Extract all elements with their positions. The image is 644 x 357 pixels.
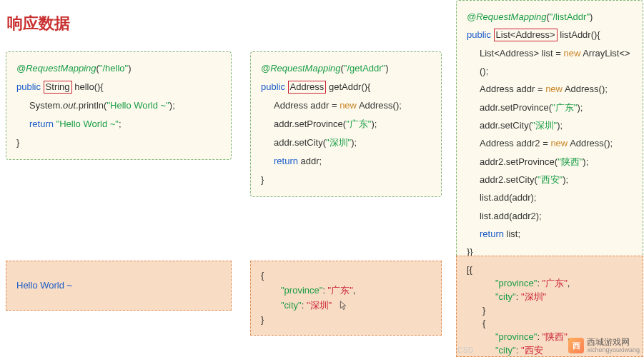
t: listAddr(){ <box>560 29 600 40</box>
annotation: @RequestMapping <box>261 63 340 74</box>
annotation: @RequestMapping <box>467 11 546 22</box>
site-watermark: 西 西城游戏网 xichengyouxiwang <box>568 338 640 354</box>
t: : <box>537 331 542 342</box>
brace: [{ <box>467 263 633 277</box>
json-key: "province" <box>495 278 537 288</box>
t: list.add(addr); <box>480 192 536 203</box>
json-val: "深圳" <box>521 291 546 302</box>
string-literal: "/getAddr" <box>344 63 385 74</box>
page-title: 响应数据 <box>7 13 70 34</box>
string-literal: "深圳" <box>532 120 557 131</box>
t: ) <box>590 11 593 22</box>
cursor-icon <box>340 301 347 311</box>
json-val: "西安 <box>521 345 543 356</box>
csdn-watermark: CSD <box>457 346 474 354</box>
return-type-box: String <box>44 81 72 94</box>
watermark-domain: xichengyouxiwang <box>587 347 640 354</box>
t: Address addr2 = <box>480 138 550 149</box>
string-literal: "西安" <box>538 174 563 185</box>
t: addr.setCity( <box>480 120 532 131</box>
string-literal: "陕西" <box>558 156 583 167</box>
watermark-logo-icon: 西 <box>568 338 584 353</box>
t: ); <box>583 156 588 167</box>
return-type-box: Address <box>288 81 327 94</box>
keyword: new <box>545 84 565 94</box>
brace: } <box>261 313 431 328</box>
keyword: return <box>480 228 507 239</box>
keyword: public <box>467 29 491 40</box>
output-addr: { "province": "广东", "city": "深圳" } <box>250 261 442 336</box>
t: Address(); <box>359 100 402 111</box>
t: .println( <box>76 100 106 111</box>
brace: } <box>261 174 264 185</box>
t: : <box>322 285 327 296</box>
t: list; <box>507 228 521 239</box>
brace: { <box>261 268 431 283</box>
t: addr; <box>301 156 322 166</box>
brace: { <box>467 317 633 331</box>
string-literal: "广东" <box>552 102 577 113</box>
keyword: new <box>340 100 359 111</box>
t: : <box>302 300 307 311</box>
string-literal: "广东" <box>346 119 371 129</box>
t: : <box>537 278 542 288</box>
t: ); <box>169 100 175 111</box>
string-literal: "/listAddr" <box>550 11 590 22</box>
keyword: return <box>29 119 56 129</box>
t: , <box>353 285 356 296</box>
t: ); <box>577 102 583 113</box>
t: : <box>516 291 521 302</box>
t: getAddr(){ <box>329 81 371 92</box>
brace: } <box>16 137 19 148</box>
t: addr2.setCity( <box>480 174 538 185</box>
keyword: return <box>274 156 301 166</box>
string-literal: "Hello World ~" <box>56 119 119 129</box>
watermark-text: 西城游戏网 xichengyouxiwang <box>587 338 640 354</box>
json-val: "广东" <box>328 285 353 296</box>
json-key: "province" <box>495 331 537 342</box>
code-block-hello: @RequestMapping("/hello") public String … <box>6 51 232 160</box>
field: out <box>63 100 76 111</box>
t: System. <box>29 100 63 111</box>
t: Address(); <box>565 84 608 94</box>
keyword: new <box>550 138 570 149</box>
output-hello: Hello World ~ <box>6 261 232 311</box>
t: ) <box>385 63 388 74</box>
t: ); <box>371 119 377 129</box>
brace: } <box>467 304 633 318</box>
annotation: @RequestMapping <box>16 63 96 74</box>
output-text: Hello World ~ <box>16 278 72 293</box>
t: hello(){ <box>74 81 103 92</box>
return-type-box: List<Address> <box>494 29 558 41</box>
t: ) <box>128 63 131 74</box>
keyword: public <box>261 81 285 92</box>
t: addr2.setProvince( <box>480 156 558 167</box>
json-key: "city" <box>495 291 516 302</box>
t: ); <box>563 174 568 185</box>
json-val: "广东" <box>543 278 568 288</box>
t: list.add(addr2); <box>480 211 542 221</box>
t: Address addr = <box>274 100 340 111</box>
t: ; <box>119 119 122 129</box>
keyword: new <box>563 48 583 59</box>
json-val: "深圳" <box>307 300 332 311</box>
json-key: "city" <box>281 300 302 311</box>
t: Address(); <box>570 138 613 149</box>
t: ); <box>351 137 357 148</box>
json-key: "city" <box>495 345 516 356</box>
code-block-getaddr: @RequestMapping("/getAddr") public Addre… <box>250 51 442 197</box>
keyword: public <box>16 81 41 92</box>
t: Address addr = <box>480 84 545 94</box>
t: addr.setCity( <box>274 137 326 148</box>
string-literal: "Hello World ~" <box>106 100 169 111</box>
t: : <box>516 345 521 356</box>
t: List<Address> list = <box>480 48 563 59</box>
json-val: "陕西" <box>543 331 568 342</box>
t: , <box>568 278 570 288</box>
t: addr.setProvince( <box>480 102 552 113</box>
t: ); <box>557 120 563 131</box>
string-literal: "/hello" <box>99 63 128 74</box>
string-literal: "深圳" <box>326 137 351 148</box>
json-key: "province" <box>281 285 322 296</box>
t: addr.setProvince( <box>274 119 346 129</box>
